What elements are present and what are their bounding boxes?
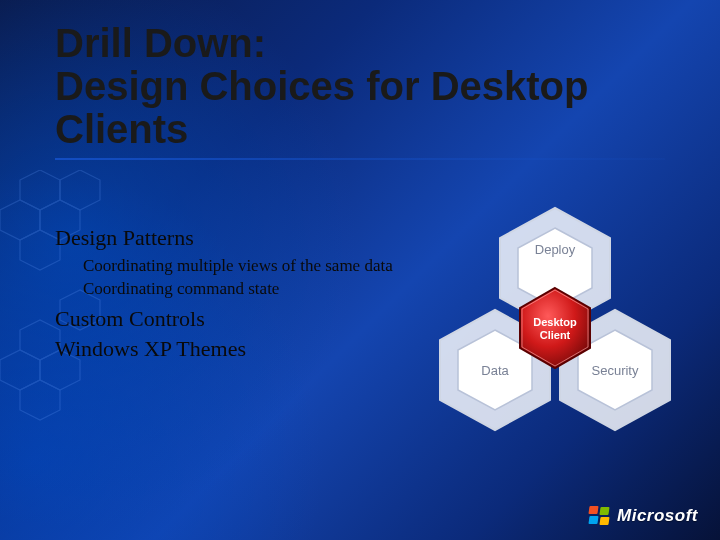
svg-marker-7 [0, 350, 40, 390]
svg-marker-6 [20, 320, 60, 360]
diagram-label-security: Security [592, 363, 639, 378]
body-content: Design Patterns Coordinating multiple vi… [55, 225, 415, 366]
bullet-design-patterns: Design Patterns [55, 225, 415, 251]
svg-marker-2 [0, 200, 40, 240]
hex-diagram: Deploy Data Security Desktop Client [420, 200, 690, 450]
sub-bullet-views: Coordinating multiple views of the same … [83, 255, 415, 276]
slide-title: Drill Down: Design Choices for Desktop C… [55, 22, 665, 160]
bullet-xp-themes: Windows XP Themes [55, 336, 415, 362]
svg-marker-0 [20, 170, 60, 210]
diagram-label-center-2: Client [540, 329, 571, 341]
title-underline [55, 158, 665, 160]
bullet-custom-controls: Custom Controls [55, 306, 415, 332]
footer-logo: Microsoft [589, 506, 698, 526]
title-line-2: Design Choices for Desktop Clients [55, 64, 588, 151]
svg-marker-9 [20, 380, 60, 420]
microsoft-flag-icon [589, 506, 611, 526]
diagram-label-data: Data [481, 363, 509, 378]
microsoft-wordmark: Microsoft [617, 506, 698, 526]
diagram-label-deploy: Deploy [535, 242, 576, 257]
sub-bullet-command-state: Coordinating command state [83, 278, 415, 299]
svg-marker-1 [60, 170, 100, 210]
svg-marker-4 [20, 230, 60, 270]
title-line-1: Drill Down: [55, 21, 266, 65]
diagram-label-center-1: Desktop [533, 316, 577, 328]
